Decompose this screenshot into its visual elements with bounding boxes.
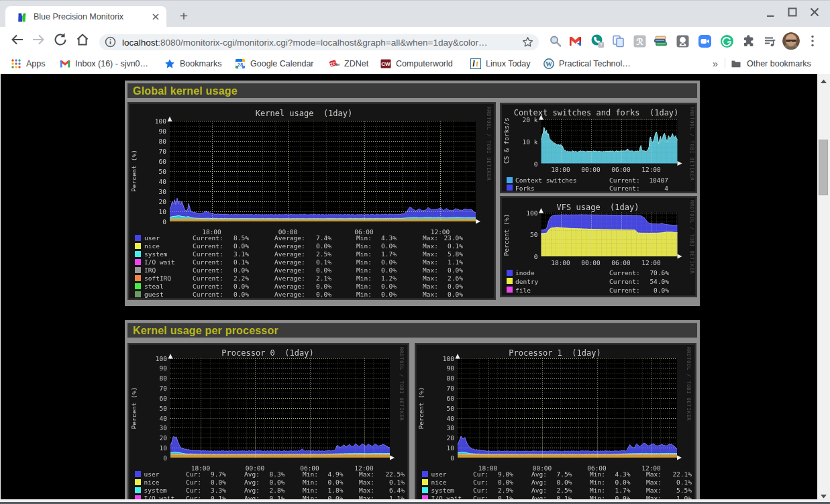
graph-processor-0[interactable]: Processor 0 (1day)Percent (%)01020304050… bbox=[127, 343, 409, 504]
graph-context-switches[interactable]: Context switches and forks (1day)CS & fo… bbox=[500, 103, 697, 193]
zoom-extension-icon[interactable] bbox=[698, 34, 712, 48]
legend-stat-value: 0.0% bbox=[355, 291, 397, 298]
legend-stat-value: 4 bbox=[627, 185, 668, 192]
legend-color-box bbox=[422, 487, 428, 493]
bookmark-star-icon[interactable] bbox=[522, 36, 533, 48]
menu-kebab-icon[interactable] bbox=[808, 34, 817, 48]
legend-series-label: softIRQ bbox=[144, 274, 171, 282]
legend-series-label: system bbox=[144, 487, 167, 494]
legend-stat-value: 0.0% bbox=[355, 242, 397, 250]
bookmark-label: Inbox (16) - sjvn0… bbox=[75, 59, 148, 68]
svg-text:W: W bbox=[546, 60, 552, 68]
bookmark-label: Apps bbox=[26, 59, 46, 68]
legend-stat-value: 0.0% bbox=[290, 242, 331, 250]
graph-processor-1[interactable]: Processor 1 (1day)Percent (%)01020304050… bbox=[415, 343, 696, 504]
url-host: localhost bbox=[122, 38, 158, 48]
legend-stat-value: 2.9% bbox=[472, 487, 513, 494]
legend-stat-value: 6.4% bbox=[363, 487, 405, 494]
x-tick-label: 00:00 bbox=[581, 166, 601, 173]
tab-close-icon[interactable] bbox=[150, 11, 161, 22]
graph-kernel-usage[interactable]: Kernel usage (1day)Percent (%)0102030405… bbox=[127, 102, 496, 300]
legend-color-box bbox=[135, 275, 141, 281]
legend-color-box bbox=[135, 487, 141, 493]
bookmark-practical-technology[interactable]: W Practical Technol… bbox=[543, 56, 631, 71]
legend-stat-value: 0.0% bbox=[207, 291, 249, 298]
bookmark-computerworld[interactable]: CW Computerworld bbox=[380, 56, 453, 71]
bookmark-google-calendar[interactable]: 28 Google Calendar bbox=[235, 56, 314, 71]
grammarly-extension-icon[interactable] bbox=[720, 34, 734, 48]
other-bookmarks-label: Other bookmarks bbox=[747, 59, 811, 68]
playlist-music-icon[interactable] bbox=[763, 34, 777, 48]
section-title: Global kernel usage bbox=[133, 85, 697, 97]
bookmark-label: ZDNet bbox=[344, 59, 368, 68]
x-tick-label: 12:00 bbox=[641, 259, 661, 266]
close-icon[interactable] bbox=[807, 5, 822, 19]
scrollbar-thumb[interactable] bbox=[819, 140, 828, 195]
voice-phone-extension-icon[interactable]: ? bbox=[590, 34, 605, 48]
legend-series-label: nice bbox=[144, 478, 160, 486]
y-tick-label: 40 bbox=[430, 415, 454, 422]
legend-stat-value: 1.8% bbox=[302, 487, 344, 494]
legend-color-box bbox=[507, 278, 513, 284]
other-bookmarks[interactable]: Other bookmarks bbox=[731, 56, 811, 71]
legend-stat-value: 0.1% bbox=[421, 242, 463, 250]
new-tab-button[interactable]: + bbox=[176, 9, 192, 25]
rrdtool-watermark: RRDTOOL / TOBI OETIKER bbox=[689, 200, 695, 274]
person-bust-extension-icon[interactable] bbox=[676, 34, 690, 48]
search-extension-icon[interactable] bbox=[548, 34, 562, 48]
r-gray-extension-icon[interactable]: ℛ bbox=[633, 34, 647, 48]
svg-text:Net: Net bbox=[335, 63, 340, 66]
bookmark-apps[interactable]: Apps bbox=[11, 56, 46, 71]
legend-stat-value: 0.0% bbox=[207, 242, 249, 250]
y-tick-label: 80 bbox=[143, 374, 167, 382]
legend-stat-value: 0.0% bbox=[302, 478, 344, 486]
y-tick-label: 60 bbox=[142, 158, 166, 165]
legend-stat-value: 9.7% bbox=[185, 470, 226, 478]
y-tick-label: 50 bbox=[143, 405, 167, 412]
bookmark-zdnet[interactable]: ZD Net ZDNet bbox=[329, 56, 368, 71]
graph-vfs-usage[interactable]: VFS usage (1day)Percent (%)05010018:0000… bbox=[500, 196, 697, 297]
bookmark-inbox[interactable]: Inbox (16) - sjvn0… bbox=[60, 56, 148, 71]
legend-series-label: nice bbox=[144, 242, 160, 250]
minimize-icon[interactable] bbox=[763, 5, 778, 19]
y-tick-label: 80 bbox=[142, 138, 166, 145]
legend-stat-value: 0.0% bbox=[244, 478, 285, 486]
browser-toolbar: localhost:8080/monitorix-cgi/monitorix.c… bbox=[0, 27, 830, 52]
address-bar[interactable]: localhost:8080/monitorix-cgi/monitorix.c… bbox=[99, 34, 539, 50]
y-tick-label: 40 bbox=[142, 178, 166, 185]
forward-icon[interactable] bbox=[31, 32, 46, 47]
browser-tab[interactable]: Blue Precision Monitorix bbox=[5, 6, 166, 28]
profile-avatar[interactable] bbox=[782, 32, 800, 50]
bookmark-linux-today[interactable]: l t Linux Today bbox=[470, 56, 531, 71]
legend-stat-value: 0.0% bbox=[421, 266, 463, 274]
rrdtool-watermark: RRDTOOL / TOBI OETIKER bbox=[689, 107, 695, 181]
y-tick-label: 10 k bbox=[518, 138, 538, 146]
reload-icon[interactable] bbox=[53, 32, 68, 47]
legend-color-box bbox=[507, 185, 513, 191]
url-path: :8080/monitorix-cgi/monitorix.cgi?mode=l… bbox=[158, 38, 487, 48]
legend-color-box bbox=[422, 471, 428, 477]
bookmarks-overflow-chevron[interactable]: » bbox=[709, 56, 722, 71]
legend-series-label: nice bbox=[431, 478, 447, 486]
page-info-icon[interactable] bbox=[105, 36, 116, 48]
back-icon[interactable] bbox=[10, 32, 25, 47]
linux-today-icon: l t bbox=[470, 58, 481, 69]
legend-stat-value: 0.0% bbox=[627, 287, 669, 294]
legend-series-label: user bbox=[431, 470, 447, 478]
graph-ylabel: Percent (%) bbox=[130, 358, 138, 458]
url-text[interactable]: localhost:8080/monitorix-cgi/monitorix.c… bbox=[122, 38, 487, 48]
legend-stat-value: 1.2% bbox=[355, 274, 397, 282]
legend-stat-value: 8.3% bbox=[244, 470, 285, 478]
y-tick-label: 30 bbox=[142, 188, 166, 195]
maximize-icon[interactable] bbox=[785, 5, 800, 19]
copy-pages-extension-icon[interactable] bbox=[611, 34, 625, 48]
page-scrollbar[interactable] bbox=[817, 74, 830, 504]
bookmark-bookmarks[interactable]: Bookmarks bbox=[164, 56, 222, 71]
legend-stat-value: 0.0% bbox=[589, 478, 631, 486]
home-icon[interactable] bbox=[75, 32, 90, 47]
scroll-up-icon[interactable] bbox=[817, 75, 830, 88]
y-tick-label: 100 bbox=[142, 117, 166, 125]
gmail-extension-icon[interactable] bbox=[568, 34, 582, 48]
books-stack-extension-icon[interactable] bbox=[654, 34, 668, 48]
extensions-puzzle-icon[interactable] bbox=[741, 34, 756, 48]
